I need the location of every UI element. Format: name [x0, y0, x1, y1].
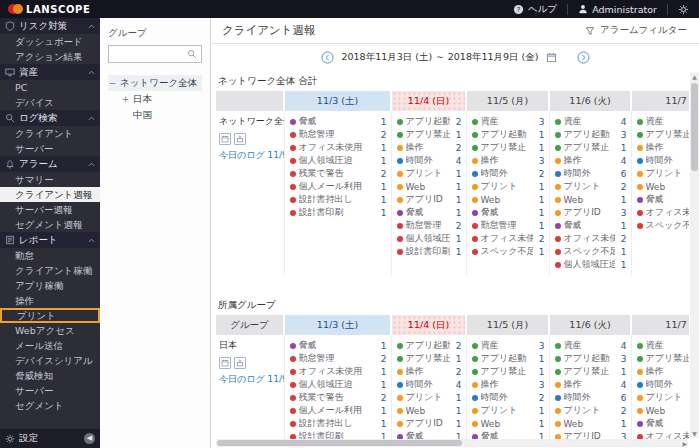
alarm-item[interactable]: 時間外4 [397, 378, 462, 391]
alarm-item[interactable]: アプリID1 [397, 193, 462, 206]
alarm-item[interactable]: アプリ禁止1 [397, 128, 462, 141]
alarm-item[interactable]: 時間外6 [555, 391, 627, 404]
alarm-item[interactable]: 残業で警告2 [290, 391, 387, 404]
sidebar-section-header[interactable]: 資産 [0, 64, 100, 80]
alarm-item[interactable]: アプリ起動2 [397, 115, 462, 128]
alarm-item[interactable]: アプリ禁止1 [555, 365, 627, 378]
sidebar-section-header[interactable]: レポート [0, 232, 100, 248]
collapse-sidebar-button[interactable]: ◀ [84, 433, 95, 444]
alarm-item[interactable]: 設計書印刷1 [397, 245, 462, 258]
alarm-item[interactable]: 脅威1 [290, 339, 387, 352]
alarm-item[interactable]: 設計書持出し1 [290, 193, 387, 206]
alarm-item[interactable]: 操作4 [555, 378, 627, 391]
calendar-mini-icon[interactable] [219, 133, 231, 145]
alarm-item[interactable]: アプリ禁止1 [397, 352, 462, 365]
alarm-item[interactable]: 資産4 [555, 339, 627, 352]
alarm-item[interactable]: オフィス未使用2 [555, 232, 627, 245]
sidebar-item[interactable]: PC [0, 80, 100, 95]
horizontal-scrollbar-thumb[interactable] [217, 440, 462, 446]
alarm-item[interactable]: 脅威1 [472, 430, 545, 439]
alarm-item[interactable]: オフィス未使用1 [290, 365, 387, 378]
horizontal-scrollbar[interactable]: ▶ [216, 439, 688, 447]
alarm-item[interactable]: 個人領域圧迫1 [555, 258, 627, 271]
alarm-item[interactable]: アプリ禁止1 [472, 365, 545, 378]
sidebar-section-header[interactable]: ログ検索 [0, 110, 100, 126]
alarm-item[interactable]: スペック不足 [637, 219, 690, 232]
sidebar-item[interactable]: デバイス [0, 95, 100, 110]
next-week-button[interactable] [577, 51, 590, 64]
calendar-icon[interactable] [546, 52, 557, 63]
alarm-item[interactable]: スペック不足1 [472, 245, 545, 258]
alarm-item[interactable]: オフィス未使用 [637, 430, 690, 439]
sidebar-item[interactable]: サマリー [0, 172, 100, 187]
alarm-item[interactable]: 勤怠管理2 [290, 352, 387, 365]
group-tree-item[interactable]: 中国 [108, 107, 202, 123]
alarm-item[interactable]: 脅威1 [397, 430, 462, 439]
alarm-item[interactable]: プリント2 [555, 404, 627, 417]
alarm-item[interactable]: プリント1 [397, 167, 462, 180]
alarm-item[interactable]: アプリ起動2 [397, 339, 462, 352]
sidebar-section-header[interactable]: アラーム [0, 156, 100, 172]
sidebar-section-header[interactable]: リスク対策 [0, 18, 100, 34]
tree-expander-icon[interactable]: − [108, 78, 117, 88]
alarm-item[interactable]: アプリID3 [555, 206, 627, 219]
alarm-item[interactable]: オフィス未使用 [637, 206, 690, 219]
alarm-item[interactable]: アプリ起動3 [555, 128, 627, 141]
alarm-item[interactable]: プリント1 [472, 180, 545, 193]
alarm-item[interactable]: Web1 [397, 180, 462, 193]
alarm-item[interactable]: 時間外4 [397, 154, 462, 167]
alarm-item[interactable]: 勤怠管理1 [472, 219, 545, 232]
alarm-item[interactable]: Web [637, 404, 690, 417]
sidebar-item-settings[interactable]: 設定 ◀ [0, 429, 100, 448]
alarm-item[interactable]: 資産 [637, 115, 690, 128]
alarm-item[interactable]: Web1 [555, 417, 627, 430]
sidebar-item[interactable]: アクション結果 [0, 49, 100, 64]
group-tree-item[interactable]: −ネットワーク全体 [108, 75, 202, 91]
sidebar-item[interactable]: ダッシュボード [0, 34, 100, 49]
sidebar-item[interactable]: メール送信 [0, 338, 100, 353]
sidebar-item[interactable]: クライアント稼働 [0, 263, 100, 278]
alarm-item[interactable]: アプリ起動1 [472, 352, 545, 365]
alarm-item[interactable]: オフィス未使用1 [290, 141, 387, 154]
alarm-item[interactable]: アプリ禁止1 [555, 141, 627, 154]
alarm-item[interactable]: 資産4 [555, 115, 627, 128]
alarm-item[interactable]: 個人領域圧迫1 [290, 378, 387, 391]
sidebar-item[interactable]: サーバー [0, 141, 100, 156]
alarm-item[interactable]: Web1 [555, 193, 627, 206]
alarm-item[interactable]: 操作3 [472, 378, 545, 391]
alarm-item[interactable]: Web1 [397, 404, 462, 417]
alarm-item[interactable]: 脅威1 [472, 206, 545, 219]
alarm-item[interactable]: 資産 [637, 339, 690, 352]
sidebar-item[interactable]: サーバー週報 [0, 202, 100, 217]
alarm-item[interactable]: プリント [637, 167, 690, 180]
alarm-item[interactable]: 設計書持出し1 [290, 417, 387, 430]
alarm-item[interactable]: 設計書印刷1 [290, 206, 387, 219]
sidebar-item[interactable]: サーバー [0, 383, 100, 398]
group-search-input[interactable] [113, 49, 187, 59]
alarm-filter-button[interactable]: アラームフィルター [585, 24, 687, 37]
alarm-item[interactable]: プリント1 [397, 391, 462, 404]
alarm-item[interactable]: 個人領域圧迫1 [397, 232, 462, 245]
alarm-item[interactable]: 時間外 [637, 154, 690, 167]
sidebar-item[interactable]: クライアント [0, 126, 100, 141]
alarm-item[interactable]: 操作4 [555, 154, 627, 167]
alarm-item[interactable]: 脅威1 [290, 115, 387, 128]
calendar-mini-icon[interactable] [219, 357, 231, 369]
alarm-item[interactable]: プリント [637, 391, 690, 404]
alarm-item[interactable]: 資産3 [472, 115, 545, 128]
alarm-item[interactable]: Web [637, 180, 690, 193]
alarm-item[interactable]: 操作2 [397, 141, 462, 154]
scroll-right-arrow[interactable]: ▶ [682, 440, 688, 447]
sidebar-item[interactable]: セグメント週報 [0, 217, 100, 232]
scroll-up-arrow[interactable]: ▲ [690, 72, 699, 81]
alarm-item[interactable]: アプリ起動3 [555, 352, 627, 365]
alarm-item[interactable]: スペック不足1 [555, 245, 627, 258]
alarm-item[interactable]: 脅威 [637, 417, 690, 430]
alarm-item[interactable]: 脅威 [637, 193, 690, 206]
alarm-item[interactable]: 脅威1 [555, 219, 627, 232]
alarm-item[interactable]: 残業で警告2 [290, 167, 387, 180]
alarm-item[interactable]: 操作 [637, 365, 690, 378]
alarm-item[interactable]: 個人メール利用1 [290, 180, 387, 193]
export-mini-icon[interactable] [234, 133, 246, 145]
sidebar-item[interactable]: アプリ稼働 [0, 278, 100, 293]
